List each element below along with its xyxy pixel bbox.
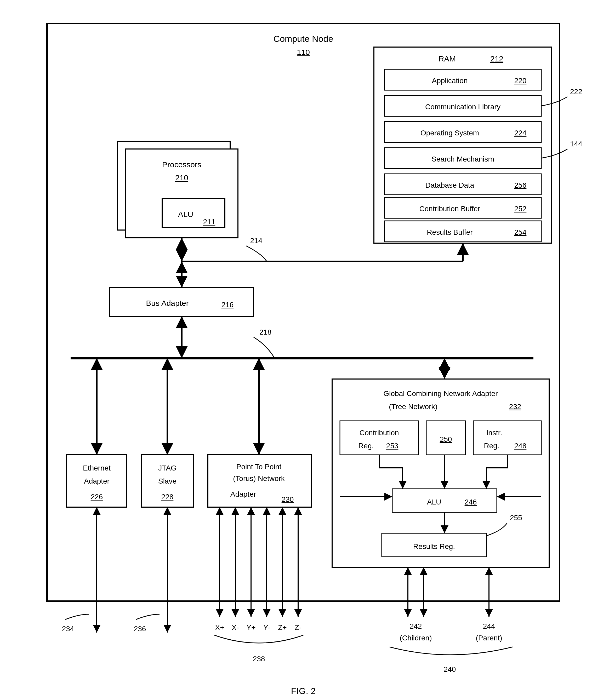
title: Compute Node (274, 34, 333, 44)
ram-results-ref: 254 (514, 228, 527, 236)
exp-bus-ref: 218 (259, 328, 272, 336)
torus-zp: Z+ (278, 624, 286, 631)
ram-search-label: Search Mechanism (432, 155, 494, 163)
instr-reg-label1: Instr. (486, 429, 502, 437)
title-ref: 110 (297, 48, 310, 56)
gcn-alu-label: ALU (427, 498, 441, 506)
ram-app-ref: 220 (514, 76, 527, 85)
eth-io-ref: 234 (62, 625, 74, 633)
results-reg-lead: 255 (510, 514, 522, 522)
torus-zm: Z- (295, 624, 301, 631)
svg-rect-25 (392, 489, 497, 512)
tree-ref: 240 (444, 665, 456, 674)
gcn-label1: Global Combining Network Adapter (383, 390, 498, 398)
gcn-alu-ref: 246 (465, 498, 477, 506)
gcn-ref: 232 (509, 402, 521, 411)
results-reg-label: Results Reg. (413, 542, 455, 551)
torus-ym: Y- (263, 624, 270, 631)
children-label: (Children) (400, 634, 432, 642)
ram-db-label: Database Data (425, 181, 474, 189)
torus-yp: Y+ (246, 624, 256, 631)
p2p-label1: Point To Point (237, 463, 281, 471)
instr-reg-ref: 248 (514, 442, 527, 450)
jtag-io-ref: 236 (134, 625, 146, 633)
eth-label2: Adapter (84, 477, 109, 485)
eth-label1: Ethernet (83, 464, 110, 472)
contrib-reg-ref: 253 (386, 442, 399, 450)
children-ref: 242 (410, 622, 422, 630)
processors-ref: 210 (175, 173, 188, 182)
contrib-reg-label1: Contribution (360, 429, 399, 437)
gcn-center-ref: 250 (440, 435, 452, 443)
parent-ref: 244 (483, 622, 495, 630)
contrib-reg-label2: Reg. (358, 442, 374, 450)
ram-ref: 212 (490, 54, 503, 63)
ram-label: RAM (438, 54, 456, 63)
instr-reg-label2: Reg. (484, 442, 499, 450)
jtag-ref: 228 (161, 493, 174, 501)
ram-os-ref: 224 (514, 129, 527, 137)
front-bus-ref: 214 (250, 236, 263, 245)
jtag-label1: JTAG (158, 464, 176, 472)
processors-block: Processors 210 ALU 211 (118, 141, 238, 238)
svg-rect-22 (340, 421, 418, 455)
torus-xm: X- (232, 624, 239, 631)
processors-label: Processors (162, 160, 201, 169)
ram-contrib-label: Contribution Buffer (419, 205, 480, 213)
svg-rect-24 (473, 421, 541, 455)
gcn-label2: (Tree Network) (389, 402, 437, 411)
ram-app-label: Application (432, 76, 468, 85)
eth-ref: 226 (91, 493, 103, 501)
p2p-ref: 230 (282, 495, 294, 503)
ram-results-label: Results Buffer (427, 228, 472, 236)
bus-adapter-ref: 216 (222, 301, 234, 309)
ram-comm-label: Communication Library (425, 103, 501, 111)
ram-os-label: Operating System (420, 129, 479, 137)
figure-label: FIG. 2 (291, 686, 316, 696)
ram-block: RAM 212 Application 220 Communication Li… (374, 47, 582, 243)
parent-label: (Parent) (476, 634, 502, 642)
torus-ref: 238 (253, 655, 265, 663)
jtag-label2: Slave (158, 477, 176, 485)
gcn-block: Global Combining Network Adapter (Tree N… (272, 379, 549, 567)
ram-db-ref: 256 (514, 181, 527, 189)
torus-xp: X+ (215, 624, 224, 631)
ram-comm-lead: 222 (570, 88, 582, 96)
ram-search-lead: 144 (570, 140, 582, 148)
p2p-label3: Adapter (230, 490, 256, 498)
alu-ref: 211 (203, 218, 215, 226)
p2p-label2: (Torus) Network (233, 474, 285, 483)
alu-label: ALU (178, 210, 193, 218)
bus-adapter-label: Bus Adapter (146, 299, 189, 307)
ram-contrib-ref: 252 (514, 205, 527, 213)
